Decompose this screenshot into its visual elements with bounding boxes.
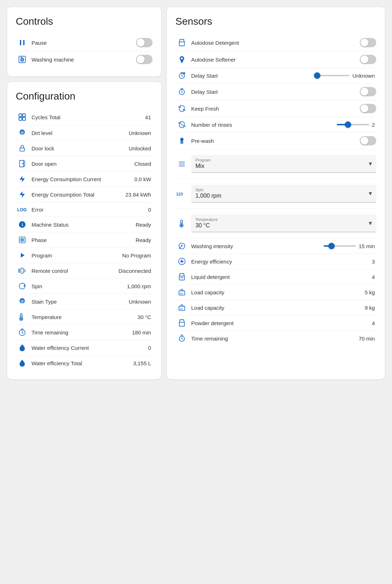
washing-machine-toggle[interactable]: [136, 55, 153, 64]
svg-rect-25: [19, 237, 25, 243]
program-dropdown-arrow: ▾: [369, 160, 372, 168]
pause-icon: [16, 39, 29, 47]
liquid-icon: [175, 273, 188, 281]
spin-value: 1,000 rpm: [127, 283, 151, 289]
intensity-track: [324, 245, 356, 247]
washing-machine-row: Washing machine: [16, 51, 153, 68]
svg-rect-29: [21, 268, 23, 274]
washing-intensity-row: Washing intensity 15 min: [175, 238, 376, 254]
program-dropdown-container[interactable]: Program Mix ▾: [191, 153, 376, 175]
spin-dropdown-container[interactable]: Spin 1,000 rpm ▾: [191, 183, 376, 205]
svg-text:123: 123: [176, 192, 183, 196]
load-capacity-5-row: KG Load capacity 5 kg: [175, 285, 376, 300]
energy-current-icon: [16, 175, 29, 183]
svg-point-4: [21, 59, 23, 61]
water-current-value: 0: [148, 345, 151, 351]
spin-dropdown-label: Spin: [195, 188, 372, 192]
load-capacity-5-label: Load capacity: [191, 289, 365, 295]
timer-icon: [16, 328, 29, 336]
program-dropdown-label: Program: [195, 158, 372, 162]
autodose-detergent-toggle[interactable]: [360, 38, 376, 47]
cycles-total-label: Cycles Total: [32, 114, 145, 120]
stain-type-label: Stain Type: [32, 299, 129, 305]
water-current-icon: [16, 344, 29, 352]
remote-icon: [16, 267, 29, 275]
temperature-dropdown[interactable]: Temperature 30 °C ▾: [191, 214, 376, 232]
cycles-total-row: Cycles Total 41: [16, 109, 153, 125]
energy-efficiency-row: Energy efficiency 3: [175, 254, 376, 269]
water-total-icon: [16, 359, 29, 367]
delay-start-thumb: [314, 72, 320, 79]
autodose-softener-label: Autodose Softener: [191, 57, 360, 63]
machine-status-value: Ready: [136, 222, 151, 228]
rinses-slider-wrapper[interactable]: [337, 124, 369, 125]
program-row: Program No Program: [16, 248, 153, 263]
svg-rect-0: [20, 40, 21, 45]
phase-icon: [16, 236, 29, 244]
energy-total-row: Energy Consumption Total 23.84 kWh: [16, 187, 153, 202]
pause-row: Pause: [16, 34, 153, 51]
intensity-slider-wrapper[interactable]: [324, 245, 356, 247]
spin-dropdown[interactable]: Spin 1,000 rpm ▾: [191, 185, 376, 203]
left-panel: Controls Pause: [7, 7, 161, 379]
log-icon: LOG: [16, 206, 29, 213]
detergent-icon: [175, 39, 188, 47]
delay-start-slider-wrapper[interactable]: [317, 75, 349, 76]
temperature-label: Temperature: [32, 314, 137, 320]
powder-icon: [175, 319, 188, 327]
svg-point-52: [180, 225, 183, 227]
delay-start-slider-row: + Delay Start Unknown: [175, 68, 376, 83]
cycles-icon: [16, 113, 29, 121]
water-current-label: Water efficiency Current: [32, 345, 148, 351]
liquid-detergent-value: 4: [372, 274, 375, 280]
door-open-value: Closed: [134, 161, 151, 167]
dirt-level-row: Dirt level Unknown: [16, 125, 153, 141]
svg-point-55: [181, 245, 183, 247]
time-remaining-sensor-value: 70 min: [359, 336, 375, 342]
kg-icon2: KG: [175, 304, 188, 312]
program-dropdown-value: Mix: [195, 163, 372, 169]
time-remaining-label: Time remaining: [32, 329, 132, 336]
pause-label: Pause: [32, 40, 136, 46]
water-total-label: Water efficiency Total: [32, 360, 133, 366]
delay-start-icon: +: [175, 72, 188, 79]
pause-toggle[interactable]: [136, 38, 153, 47]
pre-wash-row: Pre-wash: [175, 132, 376, 149]
spin-row: Spin 1,000 rpm: [16, 279, 153, 294]
energy2-icon: [175, 257, 188, 265]
energy-efficiency-label: Energy efficiency: [191, 259, 372, 265]
num-rinses-row: Number of rinses 2: [175, 117, 376, 132]
svg-text:+: +: [184, 73, 184, 74]
time-remaining-sensor-label: Time remaining: [191, 336, 359, 342]
delay-start-toggle-label: Delay Start: [191, 89, 360, 95]
energy-total-value: 23.84 kWh: [125, 192, 151, 198]
delay-start-toggle[interactable]: [360, 87, 376, 96]
temp2-icon: [175, 219, 188, 227]
pre-wash-label: Pre-wash: [191, 138, 360, 144]
svg-rect-14: [20, 148, 25, 151]
sensors-title: Sensors: [175, 16, 376, 27]
autodose-softener-toggle[interactable]: [360, 55, 376, 64]
svg-text:i: i: [22, 222, 23, 227]
rinse-icon: [175, 121, 188, 129]
phase-row: Phase Ready: [16, 232, 153, 248]
water-total-row: Water efficiency Total 3,155 L: [16, 356, 153, 371]
list-icon: [175, 160, 188, 168]
temperature-row: Temperature 30 °C: [16, 309, 153, 325]
info-icon: i: [16, 221, 29, 228]
energy-current-label: Energy Consumption Current: [32, 176, 134, 182]
keep-fresh-toggle[interactable]: [360, 104, 376, 113]
program-dropdown[interactable]: Program Mix ▾: [191, 155, 376, 173]
pre-wash-toggle[interactable]: [360, 136, 376, 145]
svg-text:LOG: LOG: [17, 207, 27, 212]
liquid-detergent-row: Liquid detergent 4: [175, 269, 376, 285]
rinses-thumb: [345, 121, 351, 128]
program-icon: [16, 251, 29, 259]
door-open-row: Door open Closed: [16, 156, 153, 172]
machine-status-label: Machine Status: [32, 222, 136, 228]
keep-fresh-label: Keep Fresh: [191, 106, 360, 112]
dirt-level-value: Unknown: [129, 130, 151, 136]
svg-rect-10: [23, 117, 25, 120]
svg-point-40: [181, 58, 183, 60]
temperature-dropdown-container[interactable]: Temperature 30 °C ▾: [191, 212, 376, 235]
